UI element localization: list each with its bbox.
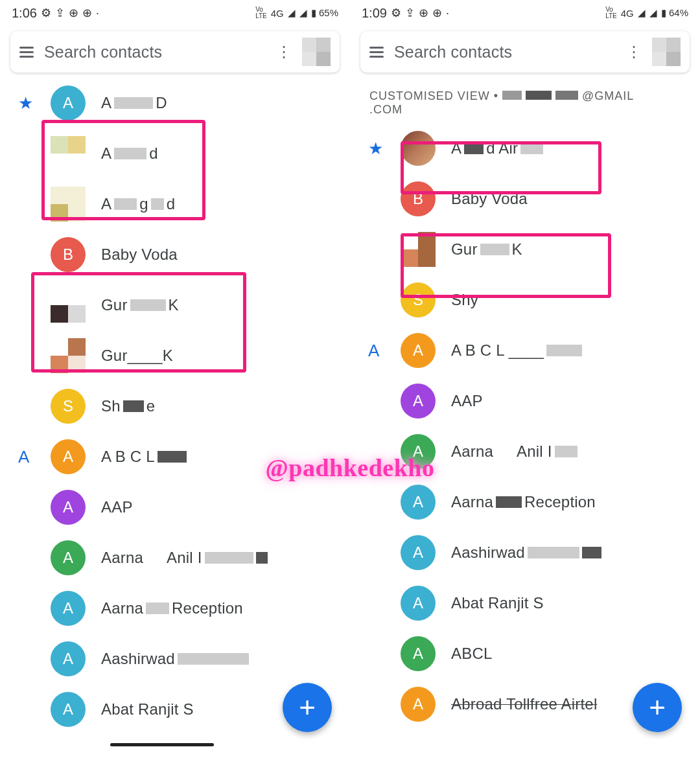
contact-row[interactable]: Gur____K xyxy=(5,330,345,381)
contact-name: A B C L xyxy=(101,448,187,466)
contact-avatar: A xyxy=(401,586,436,621)
contact-avatar: A xyxy=(51,591,86,626)
add-contact-fab[interactable]: + xyxy=(283,683,332,732)
contact-name: Agd xyxy=(101,195,175,213)
contact-row[interactable]: BBaby Voda xyxy=(355,174,695,224)
contact-row[interactable]: AAashirwad xyxy=(355,527,695,578)
contact-name: Aashirwad xyxy=(451,544,601,562)
star-icon: ★ xyxy=(368,139,383,159)
contact-avatar: S xyxy=(51,389,86,424)
contact-avatar: A xyxy=(401,636,436,671)
contact-avatar: A xyxy=(51,86,86,121)
battery-icon: ▮ 65% xyxy=(311,7,338,19)
contact-avatar: A xyxy=(51,692,86,727)
search-placeholder: Search contacts xyxy=(44,43,266,62)
signal-icon: ◢ xyxy=(638,7,646,19)
dot-icon: · xyxy=(96,6,99,20)
contact-avatar: S xyxy=(401,282,436,317)
contact-row[interactable]: AAbat Ranjit S xyxy=(355,578,695,628)
contact-name: AarnaReception xyxy=(451,493,596,511)
gear-icon: ⚙ xyxy=(391,6,401,20)
account-avatar[interactable] xyxy=(302,38,331,66)
status-bar: 1:06 ⚙ ⇪ ⊕ ⊕ · VoLTE 4G ◢ ◢ ▮ 65% xyxy=(5,0,345,26)
add-contact-fab[interactable]: + xyxy=(633,683,682,732)
sync-icon: ⇪ xyxy=(55,6,65,20)
contact-row[interactable]: Gur K xyxy=(355,224,695,275)
globe-icon: ⊕ xyxy=(69,6,78,20)
contact-row[interactable]: AAarnaReception xyxy=(5,583,345,634)
status-time: 1:09 xyxy=(362,6,387,21)
hamburger-icon[interactable] xyxy=(19,47,34,58)
contact-row[interactable]: SShe xyxy=(5,381,345,431)
contact-row[interactable]: SShy xyxy=(355,275,695,325)
dot-icon: · xyxy=(446,6,449,20)
contact-row[interactable]: Ad xyxy=(5,128,345,179)
contact-name: Ad xyxy=(101,144,158,163)
contact-row[interactable]: GurK xyxy=(5,280,345,330)
account-avatar[interactable] xyxy=(652,38,681,66)
volte-icon: VoLTE xyxy=(605,6,617,19)
contact-avatar: A xyxy=(401,434,436,469)
contact-avatar xyxy=(51,187,86,222)
contact-name: AarnaAnil I xyxy=(101,549,268,567)
search-placeholder: Search contacts xyxy=(394,43,616,62)
globe-icon-2: ⊕ xyxy=(82,6,92,20)
contact-row[interactable]: AAA B C L xyxy=(5,431,345,482)
network-icon: 4G xyxy=(271,8,284,19)
contact-row[interactable]: AAAP xyxy=(355,376,695,426)
contact-row[interactable]: AAarnaAnil I xyxy=(355,426,695,477)
contact-name: Abroad Tollfree Airtel xyxy=(451,695,597,713)
contact-name: ABCL xyxy=(451,645,493,663)
contact-avatar xyxy=(51,288,86,323)
contact-list: ★AADAdAgdBBaby VodaGurKGur____KSSheAAA B… xyxy=(5,78,345,735)
contact-name: A B C L ____ xyxy=(451,341,582,360)
contact-name: AarnaAnil I xyxy=(451,442,578,461)
contact-avatar: A xyxy=(401,333,436,368)
contact-row[interactable]: AAarnaAnil I xyxy=(5,533,345,583)
globe-icon-2: ⊕ xyxy=(432,6,442,20)
signal-icon-2: ◢ xyxy=(649,7,657,19)
contact-row[interactable]: AABCL xyxy=(355,628,695,679)
sync-icon: ⇪ xyxy=(405,6,415,20)
network-icon: 4G xyxy=(621,8,634,19)
contact-name: Gur____K xyxy=(101,347,173,365)
contact-list: ★Ad AirBBaby VodaGur KSShyAAA B C L ____… xyxy=(355,123,695,729)
section-letter: A xyxy=(18,447,29,467)
contact-avatar: A xyxy=(51,540,86,575)
contact-name: Abat Ranjit S xyxy=(101,700,194,718)
star-icon: ★ xyxy=(18,93,33,113)
search-bar[interactable]: Search contacts ⋮ xyxy=(360,31,690,73)
contact-name: She xyxy=(101,397,155,415)
hamburger-icon[interactable] xyxy=(369,47,384,58)
more-icon[interactable]: ⋮ xyxy=(276,43,292,61)
contact-avatar: A xyxy=(401,485,436,520)
contact-avatar xyxy=(401,232,436,267)
contact-row[interactable]: BBaby Voda xyxy=(5,229,345,280)
view-header: CUSTOMISED VIEW • @GMAIL.COM xyxy=(355,78,695,123)
contact-avatar: A xyxy=(51,439,86,474)
contact-avatar: A xyxy=(401,687,436,722)
contact-name: AAP xyxy=(101,498,133,516)
contact-name: Gur K xyxy=(451,240,522,258)
contact-name: Baby Voda xyxy=(451,190,528,208)
contact-avatar xyxy=(51,136,86,171)
status-time: 1:06 xyxy=(12,6,37,21)
contact-row[interactable]: AAashirwad xyxy=(5,634,345,684)
search-bar[interactable]: Search contacts ⋮ xyxy=(10,31,340,73)
more-icon[interactable]: ⋮ xyxy=(626,43,642,61)
contact-row[interactable]: AAarnaReception xyxy=(355,477,695,527)
contact-row[interactable]: AAAP xyxy=(5,482,345,533)
contact-row[interactable]: ★AAD xyxy=(5,78,345,128)
contact-avatar: A xyxy=(401,384,436,419)
contact-name: Ad Air xyxy=(451,139,543,157)
contact-avatar: A xyxy=(51,490,86,525)
contact-name: Baby Voda xyxy=(101,246,178,264)
contact-avatar: A xyxy=(401,535,436,570)
contact-name: AAP xyxy=(451,392,483,410)
contact-avatar: B xyxy=(51,237,86,272)
contact-row[interactable]: Agd xyxy=(5,179,345,229)
contact-row[interactable]: AAA B C L ____ xyxy=(355,325,695,376)
contact-avatar xyxy=(51,338,86,373)
contact-name: Abat Ranjit S xyxy=(451,594,544,612)
contact-row[interactable]: ★Ad Air xyxy=(355,123,695,174)
